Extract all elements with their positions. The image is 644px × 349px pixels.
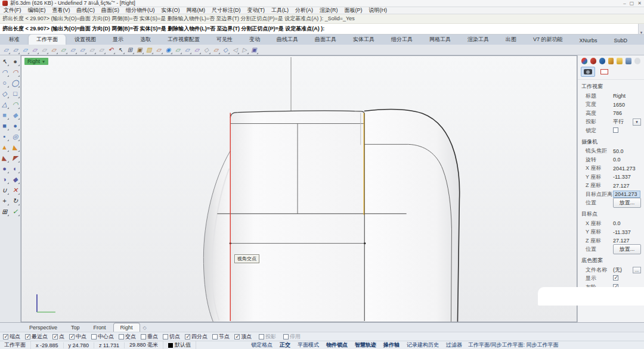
osnap-toggle[interactable]: 节点 — [212, 333, 230, 341]
property-row[interactable]: 旋转 0.0 0.0 ▼ ... — [578, 155, 644, 164]
menu-item[interactable]: 编辑(E) — [28, 7, 46, 14]
command-prompt-line[interactable]: 挤出长度 < 29.907> (输出为(O)=曲面 方向(D) 两侧(B)=否 … — [0, 24, 644, 35]
menu-item[interactable]: 工具(L) — [271, 7, 289, 14]
osnap-toggle[interactable]: 中心点 — [91, 333, 114, 341]
checkbox[interactable] — [163, 334, 168, 339]
ribbon-tab[interactable]: 网格工具 — [422, 35, 459, 45]
property-row[interactable]: Y 座标 -11.337 -11.337 ▼ ... — [578, 228, 644, 237]
ellipse-icon[interactable]: ◯ — [11, 79, 20, 88]
status-toggle[interactable]: 锁定格点 — [247, 341, 276, 349]
osnap-toggle[interactable]: 最近点 — [25, 333, 48, 341]
ribbon-tab[interactable]: V7 的新功能 — [525, 35, 571, 45]
ribbon-tab[interactable]: 工作平面 — [29, 35, 66, 45]
cplane-prev-named-icon[interactable]: ◇ — [202, 46, 210, 54]
rendering-icon[interactable] — [626, 58, 631, 64]
osnap-toggle[interactable]: 端点 — [3, 333, 20, 341]
property-row[interactable]: 显示 ▼ ... — [578, 275, 644, 283]
place-button[interactable]: 放置... — [613, 198, 641, 208]
status-toggle[interactable]: 记录建构历史 — [403, 341, 442, 349]
osnap-toggle[interactable]: 交点 — [119, 333, 136, 341]
cplane-vertical-icon[interactable]: ▱ — [59, 46, 67, 54]
box-icon[interactable]: ■ — [0, 121, 9, 130]
ribbon-tab[interactable]: 实体工具 — [345, 35, 382, 45]
checkbox[interactable] — [3, 334, 8, 339]
property-row[interactable]: 标题 Right Right ▼ ... — [578, 92, 644, 101]
display-icon[interactable] — [599, 58, 605, 64]
split-icon[interactable]: ◆ — [11, 175, 20, 184]
osnap-toggle[interactable]: 顶点 — [234, 333, 252, 341]
layers-icon[interactable] — [590, 58, 596, 64]
cylinder-icon[interactable]: ▪ — [0, 132, 9, 141]
ribbon-tab[interactable]: 出图 — [498, 35, 524, 45]
cplane-previous-icon[interactable]: ▱ — [88, 46, 96, 54]
wallpaper-properties-button[interactable] — [597, 67, 611, 77]
settings-gear-icon[interactable] — [634, 58, 640, 64]
osnap-toggle[interactable]: 停用 — [283, 333, 301, 341]
menu-item[interactable]: 查看(V) — [52, 7, 70, 14]
shell-surface[interactable] — [364, 110, 460, 322]
checkbox[interactable] — [212, 334, 218, 339]
move-icon[interactable]: + — [0, 197, 9, 205]
folder-icon[interactable] — [617, 58, 623, 64]
cplane-3pt-icon[interactable]: ▱ — [21, 46, 29, 54]
cplane-align-icon[interactable]: ▱ — [183, 46, 191, 54]
paste-bucket-icon[interactable]: ▣ — [250, 46, 258, 54]
undo-view-icon[interactable]: ↶ — [107, 46, 115, 54]
property-row[interactable]: 位置 放置... 放置... ▼ ... — [578, 245, 644, 254]
menu-item[interactable]: 实体(O) — [162, 7, 180, 14]
command-scrollbar[interactable]: ▲▼ — [638, 24, 644, 35]
cplane-rotate-icon[interactable]: ▱ — [49, 46, 58, 54]
menu-item[interactable]: 尺寸标注(D) — [212, 7, 241, 14]
property-row[interactable]: X 座标 0.0 0.0 ▼ ... — [578, 219, 644, 228]
property-row[interactable]: 文件名称 (无) (无) ▼ ... — [578, 266, 644, 275]
osnap-toggle[interactable]: 点 — [52, 333, 64, 341]
checkbox[interactable] — [52, 334, 58, 339]
viewport-tab[interactable]: Front — [87, 323, 113, 332]
menu-item[interactable]: 网格(M) — [187, 7, 206, 14]
cplane-object-icon[interactable]: ▱ — [30, 46, 39, 54]
current-layer-chip[interactable]: 默认值 — [163, 341, 196, 349]
cplane-origin-icon[interactable]: ▱ — [11, 46, 20, 54]
save-file-icon[interactable]: ▣ — [135, 46, 144, 54]
rotate-icon[interactable]: ↻ — [11, 197, 20, 205]
named-cplanes-icon[interactable]: ⊞ — [126, 46, 134, 54]
ribbon-tab[interactable]: 曲线工具 — [269, 35, 306, 45]
polyline-icon[interactable]: △ — [0, 100, 9, 109]
property-row[interactable]: Y 座标 -11.337 -11.337 ▼ ... — [578, 173, 644, 182]
cplane-move-icon[interactable]: ▱ — [174, 46, 182, 54]
notes-icon[interactable] — [608, 58, 614, 64]
checkbox[interactable] — [259, 334, 264, 339]
cplane-mirror-icon[interactable]: ▱ — [193, 46, 201, 54]
tube-icon[interactable]: ◎ — [11, 132, 20, 141]
cplane-next-icon[interactable]: ▱ — [97, 46, 106, 54]
ribbon-tab[interactable]: 标准 — [1, 35, 27, 45]
osnap-toggle[interactable]: 四分点 — [185, 333, 208, 341]
select-arrow-icon[interactable]: ↖ — [0, 57, 9, 66]
ribbon-tab[interactable]: SubD — [606, 36, 636, 45]
menu-item[interactable]: 说明(H) — [369, 7, 388, 14]
group-icon[interactable]: ⊞ — [0, 207, 9, 216]
menu-item[interactable]: 分析(A) — [295, 7, 313, 14]
ribbon-tab[interactable]: 曲面工具 — [307, 35, 344, 45]
new-viewport-tab-icon[interactable]: ◇ — [141, 325, 149, 332]
set-cplane-icon[interactable]: ▱ — [154, 46, 163, 54]
rectangle-icon[interactable]: □ — [11, 89, 20, 98]
cplane-sync-icon[interactable]: ◇ — [221, 46, 230, 54]
property-row[interactable]: 高度 786 786 ▼ ... — [578, 109, 644, 118]
menu-item[interactable]: 变动(T) — [247, 7, 265, 14]
viewport-tab[interactable]: Right — [113, 323, 140, 332]
menu-item[interactable]: 曲线(C) — [77, 7, 95, 14]
property-row[interactable]: 位置 放置... 放置... ▼ ... — [578, 199, 644, 208]
arc-icon[interactable]: ◠ — [11, 100, 20, 109]
sphere-icon[interactable]: ● — [11, 121, 20, 130]
ribbon-tab[interactable]: 渲染工具 — [460, 35, 497, 45]
polygon-icon[interactable]: ◇ — [0, 89, 9, 98]
osnap-toggle[interactable]: 垂点 — [141, 333, 158, 341]
offset-icon[interactable]: ◣ — [11, 143, 20, 152]
checkbox[interactable] — [141, 334, 146, 339]
property-row[interactable]: 镜头焦距 50.0 50.0 ▼ ... — [578, 147, 644, 156]
explode-icon[interactable]: ✕ — [11, 186, 20, 195]
ribbon-tab[interactable]: 变动 — [242, 35, 268, 45]
checkbox[interactable] — [69, 334, 75, 339]
cplane-view-icon[interactable]: ▱ — [40, 46, 48, 54]
